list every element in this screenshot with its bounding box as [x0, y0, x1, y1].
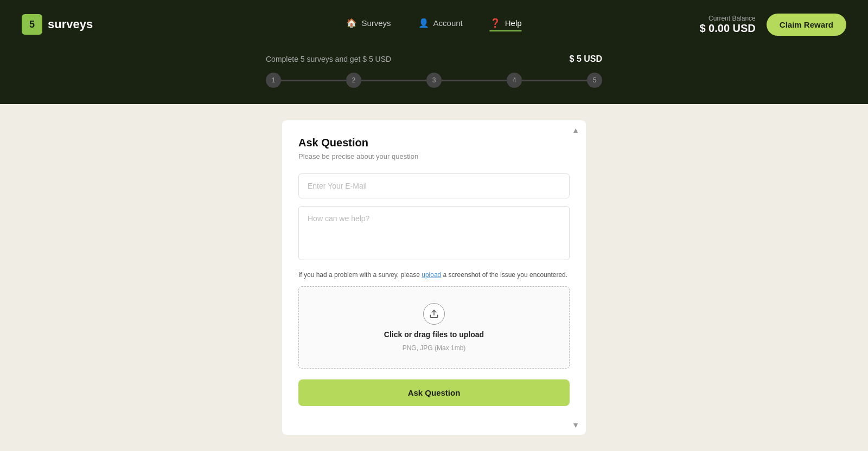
ask-question-button[interactable]: Ask Question	[298, 379, 570, 406]
logo-text: surveys	[48, 17, 93, 31]
balance-amount: $ 0.00 USD	[699, 22, 755, 35]
balance-label: Current Balance	[699, 15, 755, 22]
upload-sub-text: PNG, JPG (Max 1mb)	[403, 344, 466, 352]
scroll-up-indicator: ▲	[572, 126, 579, 134]
home-icon: 🏠	[346, 18, 357, 28]
upload-icon	[423, 303, 445, 325]
header: 5 surveys 🏠 Surveys 👤 Account ❓ Help Cur…	[0, 0, 868, 49]
progress-steps: 1 2 3 4 5	[266, 73, 602, 88]
main-content: ▲ Ask Question Please be precise about y…	[0, 104, 868, 451]
step-line-2	[361, 80, 426, 81]
logo-badge: 5	[22, 14, 42, 35]
scroll-down-indicator: ▼	[572, 421, 579, 429]
nav-surveys-label: Surveys	[361, 18, 391, 28]
nav-account[interactable]: 👤 Account	[418, 18, 463, 31]
card-subtitle: Please be precise about your question	[298, 152, 570, 160]
message-field[interactable]	[298, 206, 570, 260]
nav-help[interactable]: ❓ Help	[490, 18, 522, 31]
step-5: 5	[587, 73, 602, 88]
claim-reward-button[interactable]: Claim Reward	[767, 14, 846, 36]
main-nav: 🏠 Surveys 👤 Account ❓ Help	[346, 18, 521, 31]
step-line-1	[281, 80, 346, 81]
nav-account-label: Account	[433, 18, 463, 28]
upload-link: upload	[422, 271, 441, 279]
help-icon: ❓	[490, 18, 501, 28]
step-1: 1	[266, 73, 281, 88]
step-line-4	[522, 80, 587, 81]
logo[interactable]: 5 surveys	[22, 14, 93, 35]
nav-help-label: Help	[505, 18, 522, 28]
progress-area: Complete 5 surveys and get $ 5 USD $ 5 U…	[0, 49, 868, 104]
step-2: 2	[346, 73, 361, 88]
balance-area: Current Balance $ 0.00 USD	[699, 15, 755, 35]
card-title: Ask Question	[298, 137, 570, 149]
step-line-3	[442, 80, 507, 81]
nav-surveys[interactable]: 🏠 Surveys	[346, 18, 391, 31]
progress-header: Complete 5 surveys and get $ 5 USD $ 5 U…	[266, 54, 602, 64]
step-3: 3	[426, 73, 442, 88]
progress-reward: $ 5 USD	[570, 54, 602, 64]
account-icon: 👤	[418, 18, 429, 28]
email-field[interactable]	[298, 173, 570, 198]
upload-hint: If you had a problem with a survey, plea…	[298, 270, 570, 280]
header-right: Current Balance $ 0.00 USD Claim Reward	[699, 14, 846, 36]
file-upload-area[interactable]: Click or drag files to upload PNG, JPG (…	[298, 286, 570, 369]
ask-question-card: ▲ Ask Question Please be precise about y…	[282, 120, 586, 435]
progress-description: Complete 5 surveys and get $ 5 USD	[266, 55, 391, 63]
upload-main-text: Click or drag files to upload	[384, 330, 484, 339]
step-4: 4	[507, 73, 522, 88]
